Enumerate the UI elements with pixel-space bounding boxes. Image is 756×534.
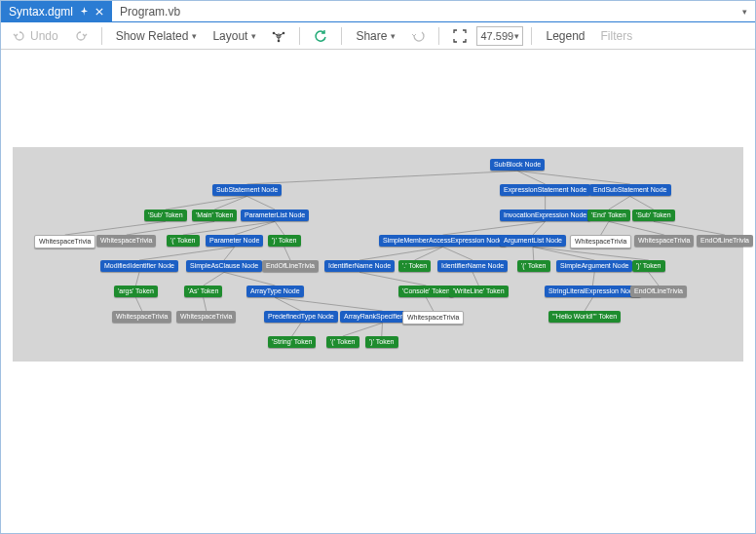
svg-line-4 — [247, 171, 518, 184]
share-button[interactable]: Share ▾ — [350, 25, 401, 47]
legend-label: Legend — [546, 29, 585, 43]
back-button[interactable] — [405, 25, 431, 47]
svg-line-35 — [359, 272, 426, 286]
graph-node[interactable]: PredefinedType Node — [264, 311, 338, 323]
graph-node[interactable]: EndOfLineTrivia — [697, 235, 753, 247]
tab-overflow-button[interactable]: ▾ — [735, 1, 755, 21]
graph-node[interactable]: EndOfLineTrivia — [630, 286, 687, 297]
graph-node[interactable]: '(' Token — [326, 336, 359, 348]
zoom-input[interactable]: 47.599 ▾ — [476, 26, 523, 46]
svg-line-12 — [630, 196, 654, 210]
svg-line-23 — [139, 247, 235, 260]
graph-node[interactable]: WhitespaceTrivia — [34, 235, 95, 248]
graph-node[interactable]: WhitespaceTrivia — [570, 235, 631, 248]
graph-node[interactable]: 'Main' Token — [192, 210, 237, 221]
graph-node[interactable]: SubBlock Node — [490, 159, 545, 171]
chevron-down-icon: ▾ — [192, 31, 197, 41]
svg-line-43 — [426, 297, 433, 311]
svg-line-18 — [442, 221, 545, 235]
svg-line-26 — [359, 247, 442, 260]
graph-node[interactable]: 'args' Token — [114, 286, 158, 297]
svg-line-37 — [592, 272, 594, 286]
graph-node[interactable]: SimpleAsClause Node — [186, 260, 262, 272]
document-tabbar: Syntax.dgml Program.vb ▾ — [1, 1, 755, 22]
graph-node[interactable]: 'As' Token — [184, 286, 222, 297]
layout-button[interactable]: Layout ▾ — [207, 25, 262, 47]
svg-line-39 — [135, 297, 141, 311]
graph-node[interactable]: WhitespaceTrivia — [96, 235, 156, 247]
show-related-button[interactable]: Show Related ▾ — [110, 25, 204, 47]
hub-button[interactable] — [266, 25, 291, 47]
graph-node[interactable]: 'Sub' Token — [632, 210, 675, 221]
graph-node[interactable]: '.' Token — [398, 260, 431, 272]
svg-line-36 — [472, 272, 478, 286]
graph-node[interactable]: EndSubStatement Node — [589, 184, 671, 196]
graph-node[interactable]: ArgumentList Node — [500, 235, 566, 247]
graph-node[interactable]: '(' Token — [167, 235, 200, 247]
chevron-down-icon: ▾ — [742, 7, 747, 17]
refresh-button[interactable] — [308, 25, 333, 47]
graph-canvas[interactable]: SubBlock NodeSubStatement NodeExpression… — [1, 50, 755, 533]
graph-node[interactable]: ArrayType Node — [246, 286, 304, 297]
share-label: Share — [356, 29, 387, 43]
graph-node[interactable]: SubStatement Node — [212, 184, 282, 196]
redo-button[interactable] — [68, 25, 94, 47]
undo-button[interactable]: Undo — [7, 25, 64, 47]
svg-line-17 — [275, 221, 284, 235]
graph-node[interactable]: 'Console' Token — [398, 286, 454, 297]
tab-syntax-dgml[interactable]: Syntax.dgml — [1, 1, 112, 21]
tab-label: Program.vb — [120, 5, 180, 19]
close-icon[interactable] — [94, 7, 104, 17]
fit-button[interactable] — [447, 25, 472, 47]
graph-node[interactable]: ExpressionStatement Node — [500, 184, 590, 196]
chevron-down-icon: ▾ — [251, 31, 256, 41]
graph-node[interactable]: '(' Token — [517, 260, 550, 272]
svg-line-9 — [247, 196, 276, 210]
pin-icon[interactable] — [79, 7, 89, 17]
graph-node[interactable]: ')' Token — [365, 336, 398, 348]
toolbar-separator — [438, 27, 439, 45]
hub-icon — [272, 29, 285, 43]
graph-node[interactable]: 'Sub' Token — [144, 210, 187, 221]
app-window: Syntax.dgml Program.vb ▾ Undo — [0, 0, 756, 534]
graph-node[interactable]: ParameterList Node — [241, 210, 309, 221]
svg-line-44 — [585, 297, 592, 311]
toolbar-separator — [531, 27, 532, 45]
graph-node[interactable]: IdentifierName Node — [324, 260, 395, 272]
graph-node[interactable]: InvocationExpression Node — [500, 210, 590, 221]
toolbar-separator — [341, 27, 342, 45]
graph-node[interactable]: ')' Token — [632, 260, 665, 272]
graph-node[interactable]: EndOfLineTrivia — [262, 260, 319, 272]
graph-node[interactable]: Parameter Node — [206, 235, 263, 247]
tab-program-vb[interactable]: Program.vb — [112, 1, 188, 21]
graph-node[interactable]: 'End' Token — [587, 210, 630, 221]
svg-line-6 — [517, 171, 630, 184]
svg-line-11 — [609, 196, 630, 210]
graph-node[interactable]: 'WriteLine' Token — [449, 286, 509, 297]
undo-icon — [13, 29, 26, 43]
graph-node[interactable]: WhitespaceTrivia — [112, 311, 171, 323]
graph-node[interactable]: WhitespaceTrivia — [176, 311, 236, 323]
graph-node[interactable]: 'String' Token — [268, 336, 316, 348]
zoom-value: 47.599 — [480, 30, 513, 42]
filters-button[interactable]: Filters — [595, 25, 639, 47]
graph-node[interactable]: ModifiedIdentifier Node — [100, 260, 178, 272]
svg-line-42 — [275, 297, 382, 311]
graph-node[interactable]: WhitespaceTrivia — [634, 235, 694, 247]
graph-node[interactable]: SimpleArgument Node — [556, 260, 632, 272]
graph-node[interactable]: ')' Token — [268, 235, 301, 247]
svg-line-19 — [533, 221, 546, 235]
toolbar-separator — [101, 27, 102, 45]
graph-node[interactable]: WhitespaceTrivia — [402, 311, 464, 324]
svg-line-25 — [284, 247, 290, 260]
graph-node[interactable]: SimpleMemberAccessExpression Node — [379, 235, 507, 247]
svg-line-14 — [127, 221, 214, 235]
svg-line-41 — [275, 297, 301, 311]
legend-button[interactable]: Legend — [540, 25, 590, 47]
syntax-tree-diagram: SubBlock NodeSubStatement NodeExpression… — [13, 147, 743, 362]
graph-node[interactable]: StringLiteralExpression Node — [545, 286, 641, 297]
graph-node[interactable]: IdentifierName Node — [437, 260, 508, 272]
graph-node[interactable]: '"Hello World!"' Token — [548, 311, 621, 323]
graph-toolbar: Undo Show Related ▾ Layout ▾ — [1, 22, 755, 50]
filters-label: Filters — [601, 29, 633, 43]
